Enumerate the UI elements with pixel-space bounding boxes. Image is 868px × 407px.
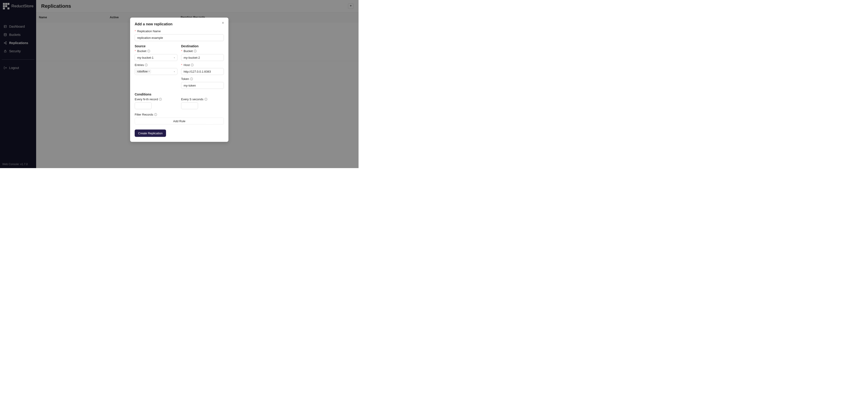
every-s-input[interactable] [181, 102, 198, 109]
destination-section-title: Destination [181, 44, 224, 48]
tag-label: roboflow [137, 70, 148, 73]
add-replication-modal: Add a new replication *Replication Name … [130, 18, 228, 142]
svg-point-28 [146, 64, 147, 65]
info-icon[interactable] [205, 98, 207, 101]
modal-title: Add a new replication [135, 22, 224, 26]
replication-name-label: *Replication Name [135, 30, 224, 33]
source-bucket-select[interactable]: my-bucket-1 ▾ [135, 54, 178, 61]
info-icon[interactable] [154, 113, 157, 116]
entries-tag: roboflow ✕ [135, 69, 151, 73]
host-input[interactable] [181, 68, 224, 75]
source-bucket-label: *Bucket [135, 49, 178, 53]
svg-point-31 [195, 50, 195, 51]
conditions-section-title: Conditions [135, 93, 224, 96]
info-icon[interactable] [145, 64, 148, 66]
info-icon[interactable] [190, 77, 193, 80]
replication-name-input[interactable] [135, 34, 224, 41]
entries-select[interactable]: roboflow ✕ ▾ [135, 68, 178, 75]
every-n-label: Every N-th record [135, 98, 178, 101]
every-n-input[interactable] [135, 102, 152, 109]
tag-remove-icon[interactable]: ✕ [148, 70, 150, 73]
svg-point-25 [149, 50, 149, 51]
source-section-title: Source [135, 44, 178, 48]
every-s-label: Every S seconds [181, 98, 224, 101]
chevron-down-icon: ▾ [174, 57, 175, 59]
host-label: *Host [181, 63, 224, 67]
info-icon[interactable] [147, 49, 150, 53]
info-icon[interactable] [191, 64, 194, 66]
create-replication-button[interactable]: Create Replication [135, 130, 166, 137]
modal-close-button[interactable] [221, 21, 225, 25]
filter-records-label: Filter Records [135, 113, 224, 116]
info-icon[interactable] [159, 98, 162, 101]
entries-label: Entries [135, 63, 178, 67]
svg-point-34 [192, 64, 192, 65]
destination-bucket-label: *Bucket [181, 49, 224, 53]
close-icon [221, 21, 224, 25]
chevron-down-icon: ▾ [174, 70, 175, 73]
source-bucket-value: my-bucket-1 [137, 56, 154, 59]
add-rule-button[interactable]: Add Rule [135, 117, 224, 125]
info-icon[interactable] [194, 49, 197, 53]
token-label: Token [181, 77, 224, 80]
token-input[interactable] [181, 82, 224, 89]
destination-bucket-input[interactable] [181, 54, 224, 61]
